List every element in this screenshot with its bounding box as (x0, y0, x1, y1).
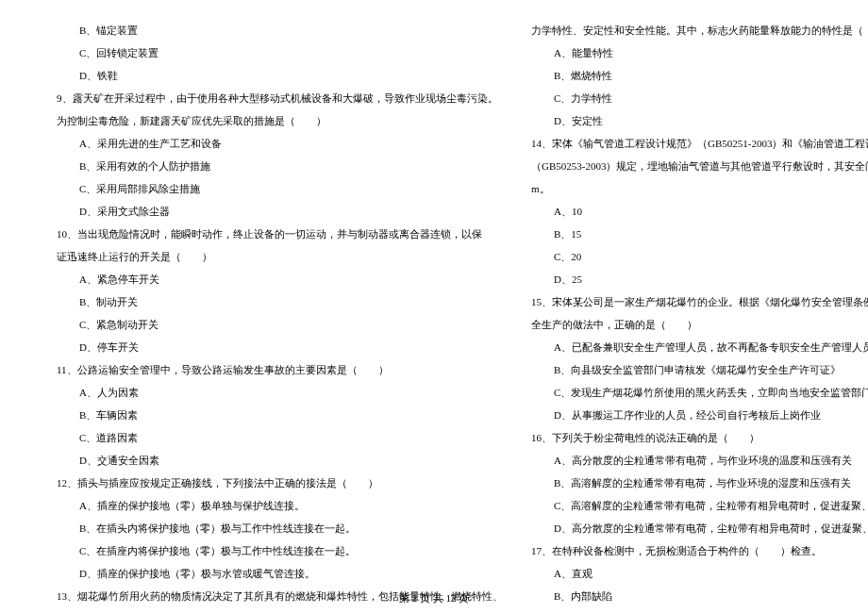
left_column-line: C、在插座内将保护接地（零）极与工作中性线连接在一起。 (57, 539, 503, 562)
right_column-line: m。 (531, 177, 868, 200)
right_column-line: A、能量特性 (531, 41, 868, 64)
left_column-line: 12、插头与插座应按规定正确接线，下列接法中正确的接法是（ ） (57, 472, 503, 494)
right_column-line: 14、宋体《输气管道工程设计规范》（GB50251-2003）和《输油管道工程设… (531, 132, 868, 155)
left_column-line: 9、露天矿在开采过程中，由于使用各种大型移动式机械设备和大爆破，导致作业现场尘毒… (57, 87, 503, 109)
right_column-line: （GB50253-2003）规定，埋地输油气管道与其他管道平行敷设时，其安全间距… (531, 155, 868, 177)
left_column-line: D、插座的保护接地（零）极与水管或暖气管连接。 (57, 562, 503, 585)
right_column-line: 17、在特种设备检测中，无损检测适合于构件的（ ）检查。 (531, 539, 868, 562)
right_column-line: B、15 (531, 223, 868, 245)
right_column-line: 15、宋体某公司是一家生产烟花爆竹的企业。根据《烟化爆竹安全管理条例》，下列该公… (531, 290, 868, 313)
left_column-line: D、铁鞋 (57, 64, 503, 87)
page-footer: 第 2 页 共 12 页 (0, 591, 868, 605)
left_column-line: A、人为因素 (57, 381, 503, 404)
left_column-line: C、回转锁定装置 (57, 41, 503, 64)
left_column-line: D、停车开关 (57, 336, 503, 358)
left_column-line: B、车辆因素 (57, 404, 503, 426)
right_column-line: A、已配备兼职安全生产管理人员，故不再配备专职安全生产管理人员 (531, 336, 868, 358)
left_column-line: D、交通安全因素 (57, 449, 503, 472)
left_column-line: A、采用先进的生产工艺和设备 (57, 132, 503, 155)
left_column-line: 11、公路运输安全管理中，导致公路运输发生事故的主要因素是（ ） (57, 358, 503, 381)
left_column-line: D、采用文式除尘器 (57, 200, 503, 223)
right_column-line: B、高溶解度的尘粒通常带有电荷，与作业环境的湿度和压强有关 (531, 472, 868, 494)
exam-page: B、锚定装置C、回转锁定装置D、铁鞋9、露天矿在开采过程中，由于使用各种大型移动… (0, 0, 868, 613)
right_column-line: A、10 (531, 200, 868, 223)
right_column-line: 力学特性、安定性和安全性能。其中，标志火药能量释放能力的特性是（ ） (531, 19, 868, 41)
right_column-line: C、高溶解度的尘粒通常带有电荷，尘粒带有相异电荷时，促进凝聚、加速沉降 (531, 494, 868, 517)
right_column-line: C、20 (531, 245, 868, 268)
left_column-line: 为控制尘毒危险，新建露天矿应优先采取的措施是（ ） (57, 109, 503, 132)
left_column-line: C、紧急制动开关 (57, 313, 503, 336)
right_column-line: A、直观 (531, 562, 868, 585)
left_column-line: A、紧急停车开关 (57, 268, 503, 290)
left-column: B、锚定装置C、回转锁定装置D、铁鞋9、露天矿在开采过程中，由于使用各种大型移动… (57, 19, 503, 607)
left_column-line: 证迅速终止运行的开关是（ ） (57, 245, 503, 268)
right_column-line: D、从事搬运工序作业的人员，经公司自行考核后上岗作业 (531, 404, 868, 426)
right_column-line: 全生产的做法中，正确的是（ ） (531, 313, 868, 336)
left_column-line: C、采用局部排风除尘措施 (57, 177, 503, 200)
left_column-line: A、插座的保护接地（零）极单独与保护线连接。 (57, 494, 503, 517)
left_column-line: B、锚定装置 (57, 19, 503, 41)
left_column-line: B、制动开关 (57, 290, 503, 313)
left_column-line: B、采用有效的个人防护措施 (57, 155, 503, 177)
right_column-line: B、向县级安全监管部门申请核发《烟花爆竹安全生产许可证》 (531, 358, 868, 381)
right_column-line: C、发现生产烟花爆竹所使用的黑火药丢失，立即向当地安全监管部门和公安部门报告 (531, 381, 868, 404)
right_column-line: 16、下列关于粉尘荷电性的说法正确的是（ ） (531, 426, 868, 449)
left_column-line: B、在插头内将保护接地（零）极与工作中性线连接在一起。 (57, 517, 503, 539)
right_column-line: D、高分散度的尘粒通常带有电荷，尘粒带有相异电荷时，促进凝聚、加速沉降 (531, 517, 868, 539)
right_column-line: C、力学特性 (531, 87, 868, 109)
right_column-line: B、燃烧特性 (531, 64, 868, 87)
left_column-line: C、道路因素 (57, 426, 503, 449)
right_column-line: D、25 (531, 268, 868, 290)
right_column-line: A、高分散度的尘粒通常带有电荷，与作业环境的温度和压强有关 (531, 449, 868, 472)
left_column-line: 10、当出现危险情况时，能瞬时动作，终止设备的一切运动，并与制动器或离合器连锁，… (57, 223, 503, 245)
right-column: 力学特性、安定性和安全性能。其中，标志火药能量释放能力的特性是（ ）A、能量特性… (531, 19, 868, 607)
right_column-line: D、安定性 (531, 109, 868, 132)
